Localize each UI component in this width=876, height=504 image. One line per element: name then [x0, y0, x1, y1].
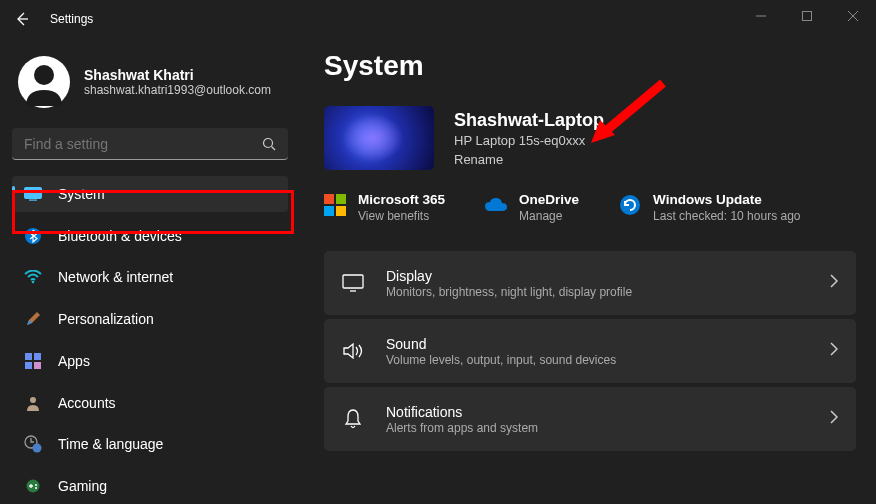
svg-point-7	[32, 281, 35, 284]
setting-notifications[interactable]: Notifications Alerts from apps and syste…	[324, 387, 856, 451]
wifi-icon	[24, 268, 42, 286]
close-button[interactable]	[830, 0, 876, 32]
svg-point-22	[620, 195, 640, 215]
sidebar-item-apps[interactable]: Apps	[12, 343, 288, 379]
svg-point-3	[264, 138, 273, 147]
back-button[interactable]	[4, 1, 40, 37]
svg-point-2	[34, 65, 54, 85]
svg-rect-18	[324, 194, 334, 204]
sidebar-item-bluetooth[interactable]: Bluetooth & devices	[12, 218, 288, 254]
page-title: System	[324, 50, 856, 82]
windows-update-icon	[619, 194, 641, 216]
chevron-right-icon	[830, 410, 838, 428]
svg-rect-5	[29, 199, 37, 200]
svg-point-12	[30, 397, 36, 403]
sidebar-item-gaming[interactable]: Gaming	[12, 468, 288, 504]
setting-sub: Monitors, brightness, night light, displ…	[386, 285, 808, 299]
sidebar-item-time-language[interactable]: Time & language	[12, 427, 288, 463]
setting-sub: Volume levels, output, input, sound devi…	[386, 353, 808, 367]
accounts-icon	[24, 394, 42, 412]
svg-rect-23	[343, 275, 363, 288]
sidebar-item-label: Apps	[58, 353, 90, 369]
svg-point-17	[35, 487, 37, 489]
svg-rect-8	[25, 353, 32, 360]
clock-globe-icon	[24, 435, 42, 453]
sidebar-item-network[interactable]: Network & internet	[12, 260, 288, 296]
window-title: Settings	[50, 12, 93, 26]
sidebar-item-personalization[interactable]: Personalization	[12, 301, 288, 337]
sidebar-item-system[interactable]: System	[12, 176, 288, 212]
service-title: Windows Update	[653, 192, 800, 207]
setting-sound[interactable]: Sound Volume levels, output, input, soun…	[324, 319, 856, 383]
service-title: OneDrive	[519, 192, 579, 207]
svg-rect-19	[336, 194, 346, 204]
sidebar-item-label: Network & internet	[58, 269, 173, 285]
maximize-button[interactable]	[784, 0, 830, 32]
service-sub: Last checked: 10 hours ago	[653, 209, 800, 223]
device-name: Shashwat-Laptop	[454, 110, 604, 131]
gaming-icon	[24, 477, 42, 495]
apps-icon	[24, 352, 42, 370]
bluetooth-icon	[24, 227, 42, 245]
sidebar-item-label: Personalization	[58, 311, 154, 327]
svg-rect-9	[34, 353, 41, 360]
onedrive-icon	[485, 194, 507, 216]
sidebar-item-label: Time & language	[58, 436, 163, 452]
paintbrush-icon	[24, 310, 42, 328]
user-email: shashwat.khatri1993@outlook.com	[84, 83, 271, 97]
device-model: HP Laptop 15s-eq0xxx	[454, 133, 604, 148]
service-update[interactable]: Windows Update Last checked: 10 hours ag…	[619, 192, 800, 223]
close-icon	[848, 11, 858, 21]
svg-rect-10	[25, 362, 32, 369]
svg-rect-4	[25, 187, 42, 198]
device-wallpaper-thumb[interactable]	[324, 106, 434, 170]
search-input[interactable]	[24, 136, 262, 152]
minimize-icon	[756, 11, 766, 21]
setting-display[interactable]: Display Monitors, brightness, night ligh…	[324, 251, 856, 315]
service-onedrive[interactable]: OneDrive Manage	[485, 192, 579, 223]
setting-title: Sound	[386, 336, 808, 352]
service-title: Microsoft 365	[358, 192, 445, 207]
chevron-right-icon	[830, 274, 838, 292]
svg-point-14	[33, 444, 42, 453]
svg-rect-21	[336, 206, 346, 216]
user-profile[interactable]: Shashwat Khatri shashwat.khatri1993@outl…	[12, 48, 288, 122]
search-box[interactable]	[12, 128, 288, 160]
setting-sub: Alerts from apps and system	[386, 421, 808, 435]
sidebar-item-label: System	[58, 186, 105, 202]
back-arrow-icon	[14, 11, 30, 27]
service-sub: View benefits	[358, 209, 445, 223]
svg-rect-20	[324, 206, 334, 216]
sidebar-item-accounts[interactable]: Accounts	[12, 385, 288, 421]
bell-icon	[342, 408, 364, 430]
sound-icon	[342, 340, 364, 362]
setting-title: Display	[386, 268, 808, 284]
sidebar-item-label: Gaming	[58, 478, 107, 494]
svg-point-16	[35, 484, 37, 486]
display-icon	[342, 272, 364, 294]
minimize-button[interactable]	[738, 0, 784, 32]
avatar-icon	[18, 56, 70, 108]
sidebar-item-label: Accounts	[58, 395, 116, 411]
svg-rect-11	[34, 362, 41, 369]
search-icon	[262, 137, 276, 151]
service-sub: Manage	[519, 209, 579, 223]
system-icon	[24, 185, 42, 203]
rename-link[interactable]: Rename	[454, 152, 604, 167]
setting-title: Notifications	[386, 404, 808, 420]
chevron-right-icon	[830, 342, 838, 360]
user-name: Shashwat Khatri	[84, 67, 271, 83]
maximize-icon	[802, 11, 812, 21]
m365-icon	[324, 194, 346, 216]
service-m365[interactable]: Microsoft 365 View benefits	[324, 192, 445, 223]
sidebar-item-label: Bluetooth & devices	[58, 228, 182, 244]
svg-rect-0	[803, 12, 812, 21]
